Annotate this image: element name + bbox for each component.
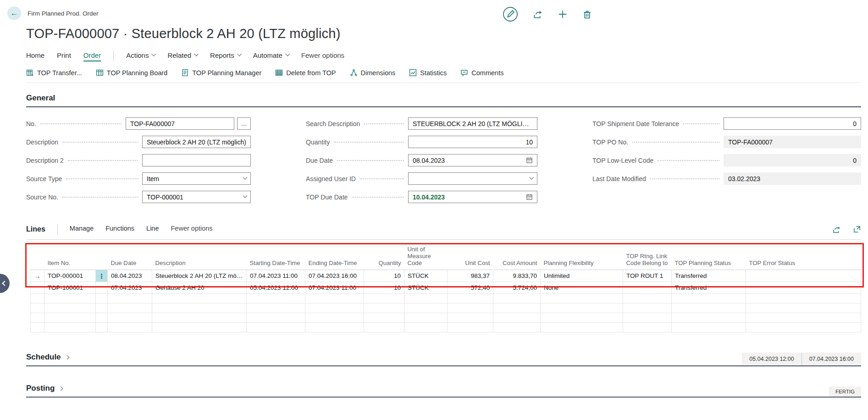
fewer-options-button[interactable]: Fewer options <box>301 51 344 61</box>
cell-empty[interactable] <box>152 313 247 323</box>
general-section-header[interactable]: General <box>26 83 861 107</box>
cell-empty[interactable] <box>493 313 541 323</box>
cell-empty[interactable] <box>305 313 364 323</box>
cell-uom_code[interactable]: STÜCK <box>404 270 448 282</box>
cell-empty[interactable] <box>746 294 861 304</box>
lines-expand-button[interactable] <box>853 225 861 233</box>
source-no-select[interactable]: TOP-000001 <box>142 191 251 203</box>
cell-ending_datetime[interactable]: 07.04.2023 11:00 <box>305 282 364 294</box>
cell-empty[interactable] <box>152 294 247 304</box>
cell-planning_status[interactable]: Transferred <box>672 270 746 282</box>
quantity-field[interactable]: 10 <box>408 136 537 148</box>
cell-empty[interactable] <box>31 323 44 332</box>
cell-empty[interactable] <box>31 294 44 304</box>
cell-due_date[interactable]: 07.04.2023 <box>108 282 152 294</box>
side-panel-toggle-button[interactable] <box>0 274 10 293</box>
cell-empty[interactable] <box>672 294 746 304</box>
cell-empty[interactable] <box>305 323 364 332</box>
cell-due_date[interactable]: 08.04.2023 <box>108 270 152 282</box>
cell-empty[interactable] <box>247 294 305 304</box>
top-planning-board-button[interactable]: TOP Planning Board <box>96 69 167 77</box>
column-header-unit_cost[interactable]: Unit Cost <box>448 245 493 270</box>
cell-empty[interactable] <box>404 323 448 332</box>
cell-empty[interactable] <box>404 313 448 323</box>
cell-empty[interactable] <box>623 294 672 304</box>
cell-empty[interactable] <box>108 294 152 304</box>
calendar-icon[interactable] <box>526 193 533 200</box>
cell-empty[interactable] <box>44 313 96 323</box>
cell-planning_flexibility[interactable]: Unlimited <box>541 270 623 282</box>
table-row-empty[interactable] <box>31 304 861 313</box>
table-row-empty[interactable] <box>31 323 861 332</box>
table-row[interactable]: TOP-10000107.04.2023Gehäuse 2 AH 2005.04… <box>31 282 861 294</box>
column-header-starting_datetime[interactable]: Starting Date-Time <box>247 245 305 270</box>
cell-empty[interactable] <box>152 323 247 332</box>
cell-empty[interactable] <box>541 304 623 313</box>
cell-empty[interactable] <box>247 323 305 332</box>
column-header-options[interactable] <box>96 245 108 270</box>
description-field[interactable]: Steuerblock 2 AH 20 (LTZ möglich) <box>142 136 251 148</box>
menu-reports[interactable]: Reports <box>210 51 241 61</box>
search-description-field[interactable]: STEUERBLOCK 2 AH 20 (LTZ MÖGLICH) <box>408 117 537 130</box>
cell-rtng_link[interactable]: TOP ROUT 1 <box>623 270 672 282</box>
cell-empty[interactable] <box>448 294 493 304</box>
cell-empty[interactable] <box>108 304 152 313</box>
cell-empty[interactable] <box>305 294 364 304</box>
cell-empty[interactable] <box>305 304 364 313</box>
lines-section-title[interactable]: Lines <box>26 225 45 233</box>
cell-cost_amount[interactable]: 5.724,00 <box>493 282 541 294</box>
top-due-date-field[interactable]: 10.04.2023 <box>408 191 537 203</box>
tab-home[interactable]: Home <box>26 51 44 61</box>
schedule-section-header[interactable]: Schedule <box>26 353 69 365</box>
cell-rtng_link[interactable] <box>623 282 672 294</box>
top-planning-manager-button[interactable]: TOP Planning Manager <box>181 69 261 77</box>
cell-quantity[interactable]: 10 <box>364 282 404 294</box>
lines-line-button[interactable]: Line <box>146 225 159 234</box>
tab-print[interactable]: Print <box>57 51 71 61</box>
column-header-rtng_link[interactable]: TOP Rtng. Link Code Belong to <box>623 245 672 270</box>
table-row[interactable]: →TOP-000001⋮08.04.2023Steuerblock 2 AH 2… <box>31 270 861 282</box>
cell-empty[interactable] <box>746 313 861 323</box>
tab-order[interactable]: Order <box>83 51 101 61</box>
no-field[interactable]: TOP-FA000007 <box>126 117 234 130</box>
cell-empty[interactable] <box>404 304 448 313</box>
due-date-field[interactable]: 08.04.2023 <box>408 154 537 166</box>
cell-empty[interactable] <box>493 304 541 313</box>
posting-section-header[interactable]: Posting <box>26 384 62 397</box>
column-header-planning_status[interactable]: TOP Planning Status <box>672 245 746 270</box>
cell-cost_amount[interactable]: 9.833,70 <box>493 270 541 282</box>
cell-empty[interactable] <box>672 313 746 323</box>
column-header-description[interactable]: Description <box>152 245 247 270</box>
comments-button[interactable]: Comments <box>460 69 503 77</box>
lines-manage-button[interactable]: Manage <box>70 225 94 234</box>
cell-error_status[interactable] <box>746 282 861 294</box>
column-header-uom_code[interactable]: Unit of Measure Code <box>404 245 448 270</box>
delete-from-top-button[interactable]: Delete from TOP <box>275 69 336 77</box>
cell-empty[interactable] <box>541 313 623 323</box>
cell-empty[interactable] <box>746 304 861 313</box>
edit-button[interactable] <box>503 6 518 22</box>
cell-empty[interactable] <box>493 323 541 332</box>
lines-fewer-options-button[interactable]: Fewer options <box>171 225 213 234</box>
assigned-user-select[interactable] <box>408 172 537 185</box>
cell-empty[interactable] <box>623 304 672 313</box>
menu-related[interactable]: Related <box>167 51 198 61</box>
cell-options[interactable] <box>96 282 108 294</box>
cell-empty[interactable] <box>31 313 44 323</box>
column-header-item_no[interactable]: Item No. <box>44 245 96 270</box>
cell-unit_cost[interactable]: 572,40 <box>448 282 493 294</box>
top-shipment-tolerance-field[interactable]: 0 <box>724 117 861 130</box>
cell-empty[interactable] <box>364 323 404 332</box>
share-button[interactable] <box>533 9 543 19</box>
cell-empty[interactable] <box>44 294 96 304</box>
lines-functions-button[interactable]: Functions <box>105 225 134 234</box>
cell-empty[interactable] <box>364 294 404 304</box>
cell-description[interactable]: Steuerblock 2 AH 20 (LTZ mög... <box>152 270 247 282</box>
column-header-ending_datetime[interactable]: Ending Date-Time <box>305 245 364 270</box>
cell-quantity[interactable]: 10 <box>364 270 404 282</box>
cell-empty[interactable] <box>364 313 404 323</box>
cell-empty[interactable] <box>44 304 96 313</box>
cell-empty[interactable] <box>31 304 44 313</box>
cell-unit_cost[interactable]: 983,37 <box>448 270 493 282</box>
cell-item_no[interactable]: TOP-000001 <box>44 270 96 282</box>
